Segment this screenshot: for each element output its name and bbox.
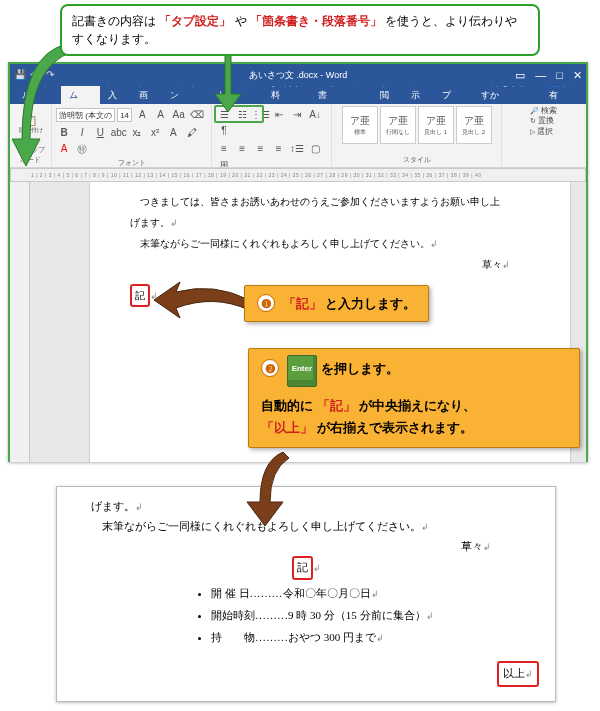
tip-callout: 記書きの内容は 「タブ設定」 や 「箇条書き・段落番号」 を使うと、より伝わりや… (60, 4, 540, 56)
sort-icon[interactable]: A↓ (307, 106, 323, 122)
horizontal-ruler[interactable]: 1 | 2 | 3 | 4 | 5 | 6 | 7 | 8 | 9 | 10 |… (10, 168, 586, 182)
result-closing: 草々 (461, 540, 483, 552)
grow-font-icon[interactable]: A (134, 106, 150, 122)
return-mark-icon: ↲ (313, 563, 321, 573)
step-2-line3-red: 「以上」 (261, 420, 313, 435)
doc-line-3: 末筆ながらご一同様にくれぐれもよろしく申し上げてください。 (130, 238, 430, 249)
tip-text-mid: や (235, 14, 247, 28)
step-2-number: ❷ (261, 359, 279, 377)
result-bullet-list: 開 催 日………令和〇年〇月〇日↲ 開始時刻………9 時 30 分（15 分前に… (211, 584, 521, 647)
decrease-indent-icon[interactable]: ⇤ (271, 106, 287, 122)
list-item: 開始時刻………9 時 30 分（15 分前に集合）↲ (211, 606, 521, 626)
tip-hl-1: 「タブ設定」 (159, 14, 231, 28)
ijo-box: 以上↲ (497, 661, 539, 687)
tip-text-pre: 記書きの内容は (72, 14, 156, 28)
step-1-red: 「記」 (283, 296, 322, 311)
close-icon[interactable]: ✕ (573, 69, 582, 82)
borders-icon[interactable]: ⊞ (216, 156, 232, 168)
ki-centered-box: 記 (292, 556, 313, 580)
step-1-text: と入力します。 (325, 296, 416, 311)
return-mark-icon: ↲ (483, 542, 491, 552)
return-mark-icon: ↲ (135, 502, 143, 512)
return-mark-icon: ↲ (430, 239, 438, 249)
group-styles: ア亜標準 ア亜行間なし ア亜見出し 1 ア亜見出し 2 スタイル (332, 104, 502, 167)
arrow-brown-to-result (235, 452, 295, 531)
style-heading2[interactable]: ア亜見出し 2 (456, 106, 492, 144)
shrink-font-icon[interactable]: A (153, 106, 169, 122)
return-mark-icon: ↲ (525, 669, 533, 679)
align-left-icon[interactable]: ≡ (216, 140, 232, 156)
step-2-line2-pre: 自動的に (261, 398, 313, 413)
return-mark-icon: ↲ (502, 260, 510, 270)
arrow-brown-step1 (154, 280, 254, 324)
text-effects-icon[interactable]: A (165, 124, 181, 140)
font-size-combo[interactable]: 14 (117, 108, 132, 122)
doc-line-2: げます。 (130, 217, 170, 228)
find-button[interactable]: 検索 (530, 106, 580, 116)
step-1-number: ❶ (257, 294, 275, 312)
style-normal[interactable]: ア亜標準 (342, 106, 378, 144)
return-mark-icon: ↲ (421, 522, 429, 532)
step-2-line1: を押します。 (321, 361, 399, 376)
ki-input-box: 記 (130, 284, 150, 307)
select-button[interactable]: 選択 (530, 127, 580, 137)
title-bar: 💾 ↶ ↷ あいさつ文 .docx - Word ▭ — □ ✕ (10, 64, 586, 86)
list-item: 持 物………おやつ 300 円まで↲ (211, 628, 521, 648)
line-spacing-icon[interactable]: ↕☰ (289, 140, 305, 156)
doc-line-1: つきましては、皆さまお誘いあわせのうえご参加くださいますようお願い申し上 (130, 196, 500, 207)
superscript-icon[interactable]: x² (147, 124, 163, 140)
return-mark-icon: ↲ (426, 611, 434, 621)
return-mark-icon: ↲ (376, 633, 384, 643)
arrow-green-to-ruler (12, 44, 82, 176)
ribbon-tabs: ファイル ホーム 挿入 描画 デザイン レイアウト 参考資料 差し込み文書 校閲… (10, 86, 586, 104)
justify-icon[interactable]: ≡ (271, 140, 287, 156)
increase-indent-icon[interactable]: ⇥ (289, 106, 305, 122)
doc-closing: 草々 (482, 259, 502, 270)
maximize-icon[interactable]: □ (556, 69, 563, 82)
underline-icon[interactable]: U (92, 124, 108, 140)
step-2-callout: ❷ Enter を押します。 自動的に 「記」 が中央揃えになり、 「以上」 が… (248, 348, 580, 448)
result-panel: げます。↲ 末筆ながらご一同様にくれぐれもよろしく申し上げてください。↲ 草々↲… (56, 486, 556, 702)
return-mark-icon: ↲ (371, 589, 379, 599)
ribbon-options-icon[interactable]: ▭ (515, 69, 525, 82)
return-mark-icon: ↲ (170, 218, 178, 228)
align-center-icon[interactable]: ≡ (234, 140, 250, 156)
style-nospacing[interactable]: ア亜行間なし (380, 106, 416, 144)
step-2-line2-red: 「記」 (317, 398, 356, 413)
change-case-icon[interactable]: Aa (171, 106, 187, 122)
shading-icon[interactable]: ▢ (307, 140, 323, 156)
list-item: 開 催 日………令和〇年〇月〇日↲ (211, 584, 521, 604)
styles-label: スタイル (403, 155, 431, 165)
result-line-1: げます。 (91, 500, 135, 512)
minimize-icon[interactable]: — (535, 69, 546, 82)
vertical-ruler[interactable] (10, 182, 30, 462)
replace-button[interactable]: 置換 (530, 116, 580, 126)
group-editing: 検索 置換 選択 (530, 106, 580, 137)
align-right-icon[interactable]: ≡ (252, 140, 268, 156)
step-1-callout: ❶ 「記」 と入力します。 (244, 285, 429, 322)
step-2-line3-post: が右揃えで表示されます。 (317, 420, 473, 435)
style-heading1[interactable]: ア亜見出し 1 (418, 106, 454, 144)
step-2-line2-post: が中央揃えになり、 (359, 398, 476, 413)
tip-hl-2: 「箇条書き・段落番号」 (250, 14, 382, 28)
show-marks-icon[interactable]: ¶ (216, 122, 232, 138)
strikethrough-icon[interactable]: abc (111, 124, 127, 140)
ribbon: 📋貼り付け クリップボード 游明朝 (本文の 14 A A Aa ⌫ B I U (10, 104, 586, 168)
highlight-icon[interactable]: 🖍 (184, 124, 200, 140)
subscript-icon[interactable]: x₂ (129, 124, 145, 140)
window-title: あいさつ文 .docx - Word (249, 69, 347, 82)
window-controls: ▭ — □ ✕ (515, 69, 582, 82)
font-label: フォント (118, 158, 146, 168)
enter-key-icon: Enter (287, 355, 317, 387)
